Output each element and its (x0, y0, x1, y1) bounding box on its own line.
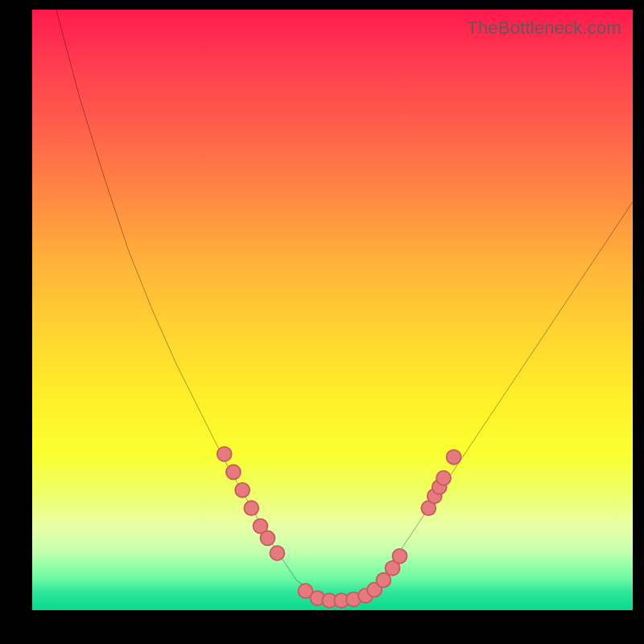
chart-svg (32, 10, 633, 610)
data-marker (244, 501, 258, 515)
curve-group (56, 10, 633, 601)
data-marker (447, 450, 461, 464)
data-marker (270, 546, 284, 560)
data-marker (393, 549, 407, 564)
data-marker (436, 471, 451, 485)
data-marker (217, 447, 232, 461)
bottleneck-curve (56, 10, 633, 601)
data-marker (376, 573, 390, 588)
marker-group (217, 447, 461, 608)
plot-area: TheBottleneck.com (32, 10, 633, 610)
data-marker (260, 531, 275, 546)
data-marker (235, 483, 250, 497)
data-marker (226, 464, 241, 479)
chart-frame: TheBottleneck.com (0, 0, 644, 644)
